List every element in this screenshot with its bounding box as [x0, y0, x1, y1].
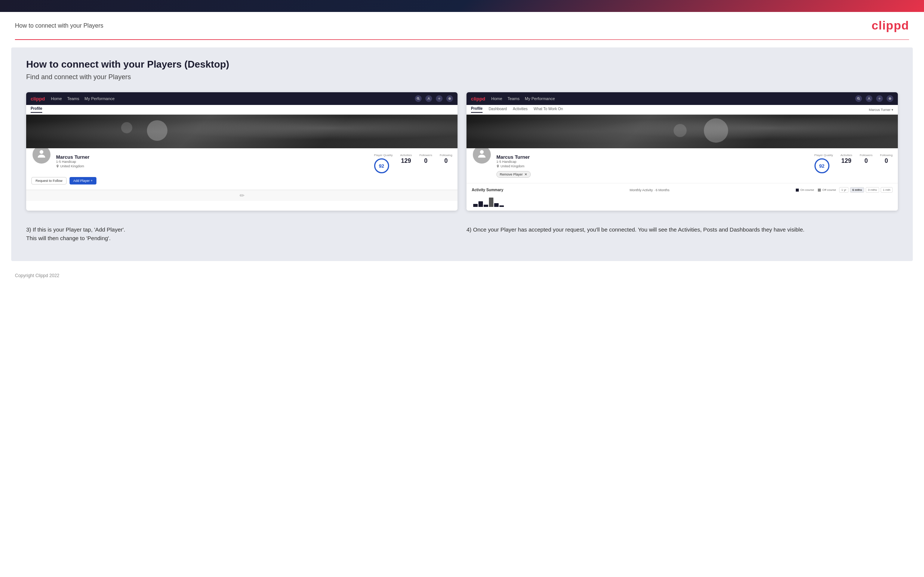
tab-whattoworkon-2[interactable]: What To Work On	[534, 107, 563, 113]
svg-point-9	[879, 98, 880, 99]
copyright-text: Copyright Clippd 2022	[15, 273, 60, 278]
followers-label-2: Followers	[860, 153, 872, 157]
screenshot-1: clippd Home Teams My Performance	[26, 92, 457, 211]
svg-point-0	[417, 97, 419, 99]
player-handicap-1: 1-5 Handicap	[56, 160, 370, 164]
profile-banner-2	[467, 114, 898, 148]
svg-point-2	[428, 97, 429, 98]
following-value-2: 0	[880, 158, 893, 164]
bar-5	[494, 203, 499, 207]
nav-myperformance-2[interactable]: My Performance	[525, 96, 555, 101]
bar-1	[473, 204, 478, 207]
profile-info-row-1: Marcus Turner 1-5 Handicap United Kingdo…	[31, 152, 452, 173]
pen-icon-1: ✏	[240, 192, 244, 199]
profile-info-row-2: Marcus Turner 1-5 Handicap United Kingdo…	[472, 152, 893, 178]
tab-activities-2[interactable]: Activities	[513, 107, 527, 113]
user-icon-1[interactable]	[425, 95, 432, 102]
nav-home-1[interactable]: Home	[51, 96, 62, 101]
screenshot-footer-1: ✏	[26, 190, 457, 201]
user-icon-2[interactable]	[866, 95, 872, 102]
nav-items-2: Home Teams My Performance	[491, 96, 555, 101]
followers-label-1: Followers	[419, 153, 432, 157]
nav-teams-2[interactable]: Teams	[507, 96, 520, 101]
nav-teams-1[interactable]: Teams	[67, 96, 79, 101]
screenshot-2: clippd Home Teams My Performance	[467, 92, 898, 211]
tab-profile-2[interactable]: Profile	[471, 106, 483, 113]
activity-legend: On course Off course	[796, 188, 836, 192]
globe-icon-1[interactable]	[446, 95, 453, 102]
period-1yr[interactable]: 1 yr	[839, 187, 848, 193]
bar-6	[499, 205, 504, 207]
activities-value-2: 129	[840, 158, 852, 164]
tab-dashboard-2[interactable]: Dashboard	[489, 107, 507, 113]
activities-label-2: Activities	[840, 153, 852, 157]
location-text-1: United Kingdom	[60, 164, 84, 168]
action-buttons-1: Request to Follow Add Player +	[31, 177, 452, 184]
activities-label-1: Activities	[400, 153, 412, 157]
header-title: How to connect with your Players	[15, 23, 103, 29]
player-details-1: Marcus Turner 1-5 Handicap United Kingdo…	[56, 152, 370, 168]
bar-3	[484, 205, 488, 207]
location-text-2: United Kingdom	[501, 164, 524, 168]
activities-stat-1: Activities 129	[400, 153, 412, 164]
legend-oncourse-label: On course	[800, 188, 814, 192]
quality-circle-2: 92	[814, 158, 829, 173]
descriptions-row: 3) If this is your Player tap, 'Add Play…	[26, 222, 898, 246]
banner-blob-2	[121, 122, 132, 133]
top-bar	[0, 0, 924, 12]
remove-player-button[interactable]: Remove Player ✕	[496, 171, 531, 178]
add-player-button[interactable]: Add Player +	[69, 177, 97, 184]
footer: Copyright Clippd 2022	[0, 269, 924, 283]
svg-line-1	[418, 99, 419, 100]
clippd-logo: clippd	[872, 19, 909, 32]
legend-offcourse: Off course	[818, 188, 836, 192]
nav-home-2[interactable]: Home	[491, 96, 502, 101]
svg-point-6	[858, 97, 859, 99]
tabbar-1: Profile	[26, 105, 457, 114]
period-3mths[interactable]: 3 mths	[866, 187, 879, 193]
activity-summary: Activity Summary Monthly Activity · 6 Mo…	[467, 183, 898, 211]
banner-blob-1	[147, 120, 168, 141]
legend-oncourse: On course	[796, 188, 814, 192]
user-dropdown-2[interactable]: Marcus Turner ▾	[869, 108, 893, 112]
legend-dot-oncourse	[796, 189, 799, 192]
followers-value-1: 0	[419, 158, 432, 164]
period-6mths[interactable]: 6 mths	[850, 187, 864, 193]
period-1mth[interactable]: 1 mth	[880, 187, 893, 193]
avatar-icon-2	[477, 148, 487, 161]
profile-section-2: Marcus Turner 1-5 Handicap United Kingdo…	[467, 148, 898, 183]
activity-chart	[472, 196, 893, 207]
following-label-2: Following	[880, 153, 893, 157]
globe-icon-2[interactable]	[887, 95, 893, 102]
followers-stat-1: Followers 0	[419, 153, 432, 164]
description-4: 4) Once your Player has accepted your re…	[467, 222, 898, 246]
svg-point-11	[480, 150, 484, 154]
tab-profile-1[interactable]: Profile	[31, 106, 42, 113]
player-location-1: United Kingdom	[56, 164, 370, 168]
nav-myperformance-1[interactable]: My Performance	[84, 96, 115, 101]
header: How to connect with your Players clippd	[0, 12, 924, 39]
request-follow-button[interactable]: Request to Follow	[31, 177, 66, 184]
remove-player-label: Remove Player	[500, 172, 523, 176]
following-stat-2: Following 0	[880, 153, 893, 164]
player-name-1: Marcus Turner	[56, 154, 370, 160]
page-heading: How to connect with your Players (Deskto…	[26, 59, 898, 70]
activity-period: Monthly Activity · 6 Months	[630, 188, 670, 192]
banner-blob-3	[704, 118, 728, 143]
settings-icon-2[interactable]	[876, 95, 883, 102]
screenshots-row: clippd Home Teams My Performance	[26, 92, 898, 211]
app-logo-2: clippd	[471, 96, 485, 102]
search-icon-1[interactable]	[415, 95, 422, 102]
period-buttons: 1 yr 6 mths 3 mths 1 mth	[839, 187, 893, 193]
banner-blob-4	[674, 124, 687, 137]
search-icon-2[interactable]	[855, 95, 862, 102]
following-value-1: 0	[439, 158, 452, 164]
tabbar-2: Profile Dashboard Activities What To Wor…	[467, 105, 898, 114]
svg-point-5	[40, 150, 44, 154]
player-name-2: Marcus Turner	[496, 154, 810, 160]
legend-offcourse-label: Off course	[822, 188, 836, 192]
description-3: 3) If this is your Player tap, 'Add Play…	[26, 222, 457, 246]
profile-section-1: Marcus Turner 1-5 Handicap United Kingdo…	[26, 148, 457, 190]
followers-stat-2: Followers 0	[860, 153, 872, 164]
settings-icon-1[interactable]	[436, 95, 443, 102]
